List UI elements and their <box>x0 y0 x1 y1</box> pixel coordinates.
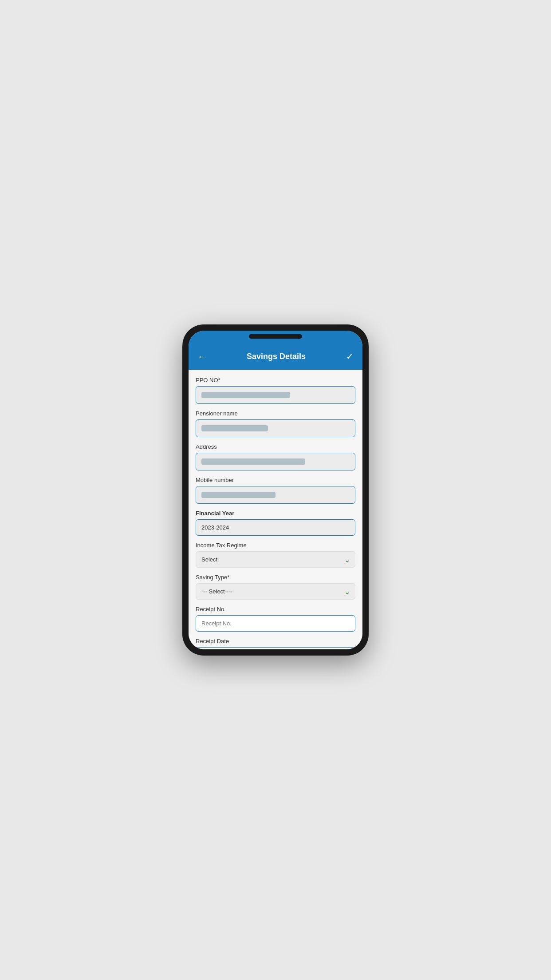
financial-year-label: Financial Year <box>196 510 355 517</box>
ppo-no-label: PPO NO* <box>196 377 355 383</box>
back-button[interactable]: ← <box>196 350 208 364</box>
receipt-date-group: Receipt Date <box>196 638 355 649</box>
income-tax-regime-group: Income Tax Regime Select Old Regime New … <box>196 542 355 568</box>
saving-type-group: Saving Type* --- Select---- Type 1 Type … <box>196 574 355 600</box>
pensioner-blur <box>201 425 268 431</box>
ppo-no-input[interactable] <box>196 386 355 404</box>
camera-notch <box>249 334 302 339</box>
address-blur <box>201 458 305 465</box>
income-tax-regime-wrapper: Select Old Regime New Regime ⌄ <box>196 551 355 568</box>
check-button[interactable]: ✓ <box>344 349 355 364</box>
app-header: ← Savings Details ✓ <box>189 343 362 370</box>
mobile-blur <box>201 492 276 498</box>
receipt-no-label: Receipt No. <box>196 606 355 612</box>
mobile-number-label: Mobile number <box>196 477 355 483</box>
receipt-date-label: Receipt Date <box>196 638 355 644</box>
receipt-no-group: Receipt No. <box>196 606 355 632</box>
receipt-date-input[interactable] <box>196 647 355 649</box>
address-group: Address <box>196 443 355 470</box>
pensioner-name-group: Pensioner name <box>196 410 355 437</box>
form-content: PPO NO* Pensioner name Address <box>189 370 362 649</box>
pensioner-name-input[interactable] <box>196 419 355 437</box>
income-tax-regime-label: Income Tax Regime <box>196 542 355 549</box>
financial-year-input[interactable] <box>196 519 355 536</box>
pensioner-name-label: Pensioner name <box>196 410 355 417</box>
financial-year-group: Financial Year <box>196 510 355 536</box>
mobile-number-group: Mobile number <box>196 477 355 504</box>
address-input[interactable] <box>196 453 355 470</box>
ppo-blur <box>201 392 290 398</box>
saving-type-label: Saving Type* <box>196 574 355 581</box>
income-tax-regime-select[interactable]: Select Old Regime New Regime <box>196 551 355 568</box>
saving-type-wrapper: --- Select---- Type 1 Type 2 ⌄ <box>196 583 355 600</box>
phone-screen: ← Savings Details ✓ PPO NO* Pensioner na… <box>189 331 362 649</box>
mobile-number-input[interactable] <box>196 486 355 504</box>
page-title: Savings Details <box>208 352 344 361</box>
ppo-no-group: PPO NO* <box>196 377 355 404</box>
receipt-no-input[interactable] <box>196 615 355 632</box>
saving-type-select[interactable]: --- Select---- Type 1 Type 2 <box>196 583 355 600</box>
phone-frame: ← Savings Details ✓ PPO NO* Pensioner na… <box>182 324 369 656</box>
address-label: Address <box>196 443 355 450</box>
